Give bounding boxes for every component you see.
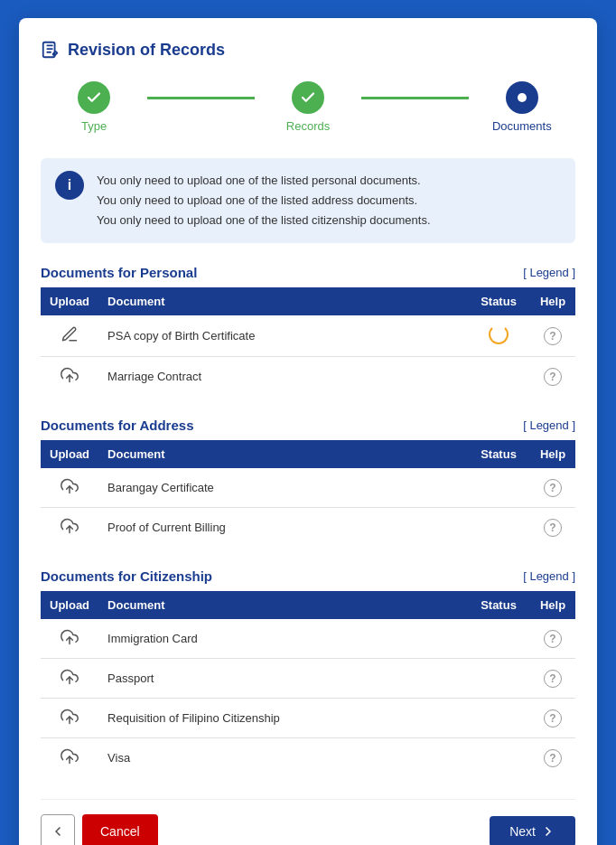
citizenship-col-help: Help <box>530 591 575 619</box>
personal-table: Upload Document Status Help PSA copy of … <box>41 287 575 396</box>
address-col-status: Status <box>467 440 530 468</box>
upload-icon-address-2[interactable] <box>61 517 79 535</box>
check-icon-type <box>86 89 102 106</box>
table-row: Requisition of Filipino Citizenship ? <box>41 699 575 738</box>
help-cell-citizenship-2: ? <box>530 659 575 699</box>
doc-name-address-1: Barangay Certificate <box>98 468 467 508</box>
citizenship-col-document: Document <box>98 591 467 619</box>
personal-section-title: Documents for Personal <box>41 265 197 280</box>
chevron-left-icon <box>51 824 65 839</box>
next-button-label: Next <box>509 824 536 839</box>
help-cell-citizenship-3: ? <box>530 699 575 738</box>
address-col-document: Document <box>98 440 467 468</box>
upload-icon-citizenship-2[interactable] <box>61 668 79 686</box>
doc-name-citizenship-3: Requisition of Filipino Citizenship <box>98 699 467 738</box>
upload-cell-personal-1 <box>41 315 98 357</box>
doc-name-citizenship-4: Visa <box>98 738 467 778</box>
upload-cell-citizenship-1 <box>41 619 98 659</box>
help-button-citizenship-2[interactable]: ? <box>544 670 562 688</box>
upload-icon-citizenship-3[interactable] <box>61 708 79 726</box>
citizenship-col-upload: Upload <box>41 591 98 619</box>
pencil-upload-icon[interactable] <box>61 325 79 343</box>
help-cell-personal-2: ? <box>530 357 575 397</box>
help-button-citizenship-1[interactable]: ? <box>544 630 562 648</box>
help-cell-citizenship-1: ? <box>530 619 575 659</box>
help-cell-personal-1: ? <box>530 315 575 357</box>
doc-name-personal-2: Marriage Contract <box>98 357 467 397</box>
title-icon <box>41 40 61 60</box>
info-text: You only need to upload one of the liste… <box>97 171 431 230</box>
help-cell-citizenship-4: ? <box>530 738 575 778</box>
status-cell-citizenship-2 <box>467 659 530 699</box>
connector-1 <box>147 97 254 99</box>
step-records-circle <box>292 81 324 114</box>
info-line-2: You only need to upload one of the liste… <box>97 193 417 207</box>
back-button[interactable] <box>41 814 75 845</box>
personal-col-status: Status <box>467 287 530 315</box>
help-button-address-1[interactable]: ? <box>544 479 562 497</box>
upload-cell-address-2 <box>41 508 98 548</box>
cancel-button[interactable]: Cancel <box>82 814 158 845</box>
help-button-citizenship-3[interactable]: ? <box>544 709 562 728</box>
personal-col-document: Document <box>98 287 467 315</box>
citizenship-col-status: Status <box>467 591 530 619</box>
card-title: Revision of Records <box>41 40 575 60</box>
upload-icon-address-1[interactable] <box>61 477 79 495</box>
status-cell-personal-1 <box>467 315 530 357</box>
step-documents: Documents <box>469 81 575 133</box>
check-icon-records <box>300 89 316 106</box>
citizenship-table: Upload Document Status Help Immigration … <box>41 591 575 777</box>
address-col-help: Help <box>530 440 575 468</box>
step-documents-circle <box>506 81 538 114</box>
help-cell-address-1: ? <box>530 468 575 508</box>
table-row: Marriage Contract ? <box>41 357 575 397</box>
step-type: Type <box>41 81 147 133</box>
table-row: Passport ? <box>41 659 575 699</box>
citizenship-legend-link[interactable]: [ Legend ] <box>523 569 575 583</box>
info-line-3: You only need to upload one of the liste… <box>97 213 431 227</box>
chevron-right-icon <box>541 824 555 839</box>
help-button-citizenship-4[interactable]: ? <box>544 749 562 767</box>
address-section-header: Documents for Address [ Legend ] <box>41 418 575 433</box>
personal-section-header: Documents for Personal [ Legend ] <box>41 265 575 280</box>
citizenship-section-title: Documents for Citizenship <box>41 568 212 584</box>
upload-icon-citizenship-4[interactable] <box>61 747 79 765</box>
upload-cell-citizenship-4 <box>41 738 98 778</box>
status-cell-citizenship-4 <box>467 738 530 778</box>
step-records: Records <box>255 81 361 133</box>
address-legend-link[interactable]: [ Legend ] <box>523 418 575 432</box>
step-documents-dot <box>518 93 527 102</box>
table-row: Visa ? <box>41 738 575 778</box>
main-card: Revision of Records Type Records Documen… <box>19 18 597 845</box>
status-cell-citizenship-1 <box>467 619 530 659</box>
personal-legend-link[interactable]: [ Legend ] <box>523 266 575 279</box>
upload-icon-personal-2[interactable] <box>61 366 79 384</box>
doc-name-personal-1: PSA copy of Birth Certificate <box>98 315 467 357</box>
table-row: PSA copy of Birth Certificate ? <box>41 315 575 357</box>
next-button[interactable]: Next <box>490 816 575 845</box>
help-button-address-2[interactable]: ? <box>544 519 562 537</box>
status-cell-address-1 <box>467 468 530 508</box>
address-table-header-row: Upload Document Status Help <box>41 440 575 468</box>
table-row: Proof of Current Billing ? <box>41 508 575 548</box>
help-cell-address-2: ? <box>530 508 575 548</box>
footer: Cancel Next <box>41 799 575 845</box>
upload-icon-citizenship-1[interactable] <box>61 628 79 646</box>
help-button-personal-2[interactable]: ? <box>544 368 562 386</box>
upload-cell-personal-2 <box>41 357 98 397</box>
address-col-upload: Upload <box>41 440 98 468</box>
footer-left-buttons: Cancel <box>41 814 158 845</box>
citizenship-table-header-row: Upload Document Status Help <box>41 591 575 619</box>
personal-col-help: Help <box>530 287 575 315</box>
help-button-personal-1[interactable]: ? <box>544 327 562 345</box>
doc-name-citizenship-2: Passport <box>98 659 467 699</box>
status-cell-citizenship-3 <box>467 699 530 738</box>
spinner-icon <box>489 324 509 344</box>
personal-col-upload: Upload <box>41 287 98 315</box>
personal-table-header-row: Upload Document Status Help <box>41 287 575 315</box>
info-line-1: You only need to upload one of the liste… <box>97 174 421 187</box>
doc-name-address-2: Proof of Current Billing <box>98 508 467 548</box>
page-title: Revision of Records <box>68 41 225 60</box>
upload-cell-address-1 <box>41 468 98 508</box>
upload-cell-citizenship-3 <box>41 699 98 738</box>
